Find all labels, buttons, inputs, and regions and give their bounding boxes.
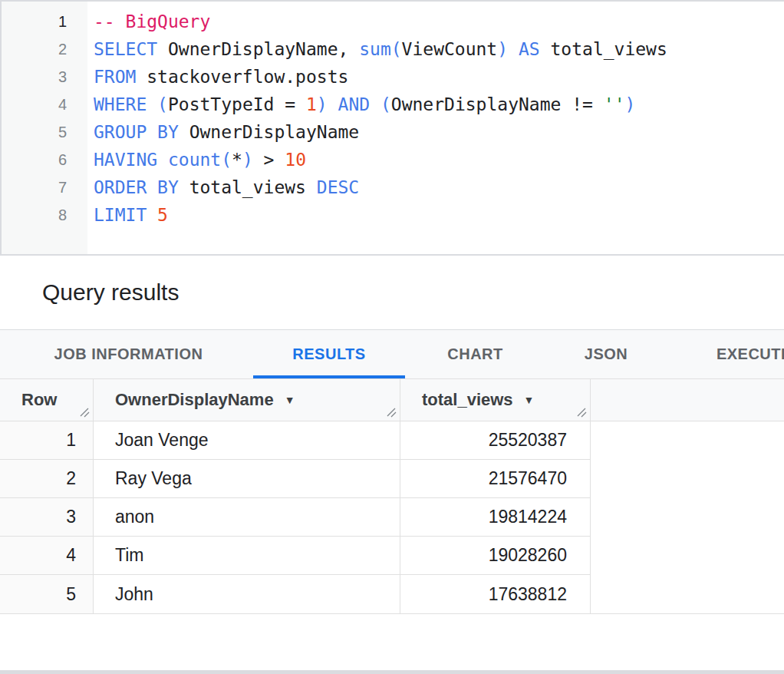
code-token: DESC [317,177,359,197]
line-number: 3 [2,63,87,91]
code-token: OwnerDisplayName, [157,39,359,59]
code-token: LIMIT [94,205,147,225]
column-resize-handle-icon[interactable] [385,406,397,418]
owner-display-name-cell: Joan Venge [94,421,400,460]
line-number: 6 [2,146,87,173]
code-token: SELECT [94,39,157,59]
column-header-ownerdisplayname-label: OwnerDisplayName [94,390,274,410]
table-row: 1Joan Venge25520387 [0,421,784,460]
line-number: 2 [2,35,87,63]
code-token: ) [317,94,328,114]
table-header: Row OwnerDisplayName ▼ total_views ▼ [0,378,784,421]
row-number-cell: 5 [0,575,94,613]
code-line[interactable]: ORDER BY total_views DESC [94,173,784,201]
column-header-row[interactable]: Row [0,379,94,421]
code-token: AND [338,94,371,114]
code-line[interactable]: HAVING count(*) > 10 [94,146,784,173]
code-token: 10 [285,150,306,170]
code-line[interactable]: GROUP BY OwnerDisplayName [94,118,784,146]
tab-json[interactable]: JSON [545,330,667,378]
code-token: * [232,150,242,170]
code-token: OwnerDisplayName [179,122,359,142]
total-views-cell: 25520387 [400,421,591,460]
editor-gutter: 12345678 [2,2,87,254]
code-token: ) [624,94,635,114]
code-token: ) [242,150,253,170]
code-token: GROUP BY [94,122,179,142]
row-number-cell: 2 [0,460,94,498]
code-token: ORDER BY [94,177,179,197]
code-token: ) [497,39,508,59]
owner-display-name-cell: Ray Vega [94,460,400,498]
column-header-total-views[interactable]: total_views ▼ [400,379,591,421]
code-token: OwnerDisplayName != [391,94,604,114]
row-filler-cell [591,537,784,575]
total-views-cell: 21576470 [400,460,591,498]
code-token [508,39,519,59]
code-area[interactable]: -- BigQuerySELECT OwnerDisplayName, sum(… [87,2,784,254]
column-resize-handle-icon[interactable] [575,406,588,418]
code-token: count( [168,150,232,170]
tab-chart[interactable]: CHART [409,330,542,378]
row-filler-cell [591,421,784,460]
code-line[interactable]: FROM stackoverflow.posts [94,63,784,91]
code-line[interactable]: WHERE (PostTypeId = 1) AND (OwnerDisplay… [94,91,784,118]
code-token: total_views [540,39,667,59]
tab-executi[interactable]: EXECUTI [670,330,784,378]
code-token: ( [380,94,391,114]
table-row: 2Ray Vega21576470 [0,460,784,498]
code-token [147,205,157,225]
row-number-cell: 4 [0,537,94,575]
code-token: ( [157,94,168,114]
column-dropdown-arrow-icon[interactable]: ▼ [285,394,295,406]
total-views-cell: 17638812 [400,575,591,613]
line-number: 5 [2,118,87,146]
row-filler-cell [591,498,784,537]
code-line[interactable]: LIMIT 5 [94,201,784,229]
owner-display-name-cell: anon [94,498,400,537]
code-token [328,94,338,114]
code-token: '' [604,94,625,114]
code-token: FROM [94,67,136,87]
total-views-cell: 19814224 [400,498,591,537]
results-titlebar: Query results [0,256,784,329]
column-header-ownerdisplayname[interactable]: OwnerDisplayName ▼ [94,379,400,421]
code-token: total_views [179,177,317,197]
sql-editor[interactable]: 12345678 -- BigQuerySELECT OwnerDisplayN… [0,0,784,254]
owner-display-name-cell: John [94,575,400,613]
code-token: 5 [157,205,168,225]
column-resize-handle-icon[interactable] [78,406,91,418]
code-token: 1 [306,94,317,114]
code-token: stackoverflow.posts [136,67,348,87]
bigquery-results-page: 12345678 -- BigQuerySELECT OwnerDisplayN… [0,0,784,674]
line-number: 8 [2,201,87,229]
code-line[interactable]: SELECT OwnerDisplayName, sum(ViewCount) … [94,35,784,63]
line-number: 7 [2,173,87,201]
table-row: 3anon19814224 [0,498,784,537]
row-number-cell: 3 [0,498,94,537]
table-row: 4Tim19028260 [0,537,784,575]
horizontal-scrollbar[interactable] [0,670,784,674]
line-number: 1 [2,8,87,35]
code-token: WHERE [94,94,147,114]
code-line[interactable]: -- BigQuery [94,8,784,35]
code-token [370,94,380,114]
results-tabbar: JOB INFORMATIONRESULTSCHARTJSONEXECUTI [0,330,784,378]
code-token [157,150,168,170]
row-filler-cell [591,575,784,613]
line-number: 4 [2,91,87,118]
table-row: 5John17638812 [0,575,784,613]
table-body: 1Joan Venge255203872Ray Vega215764703ano… [0,421,784,614]
column-dropdown-arrow-icon[interactable]: ▼ [524,394,535,406]
row-filler-cell [591,460,784,498]
code-token: AS [519,39,540,59]
code-token [147,94,157,114]
tab-job-information[interactable]: JOB INFORMATION [8,330,249,378]
code-token: > [253,150,285,170]
code-token: PostTypeId = [168,94,306,114]
total-views-cell: 19028260 [400,537,591,575]
column-header-row-label: Row [0,390,57,410]
tab-results[interactable]: RESULTS [253,330,405,378]
row-number-cell: 1 [0,421,94,460]
column-header-total-views-label: total_views [400,390,513,410]
